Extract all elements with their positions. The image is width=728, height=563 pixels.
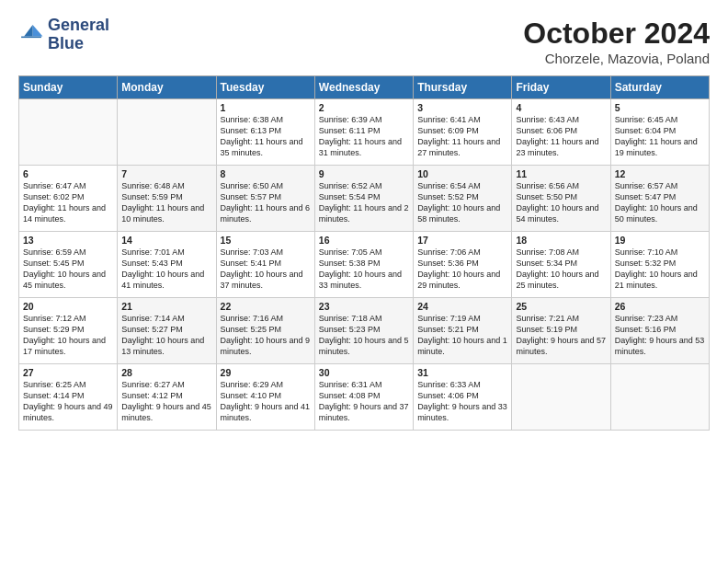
calendar-cell: 26Sunrise: 7:23 AM Sunset: 5:16 PM Dayli… bbox=[610, 298, 709, 364]
svg-marker-0 bbox=[33, 25, 43, 36]
calendar-week-row: 13Sunrise: 6:59 AM Sunset: 5:45 PM Dayli… bbox=[19, 232, 710, 298]
day-number: 1 bbox=[221, 102, 311, 113]
day-number: 22 bbox=[221, 301, 311, 312]
calendar-cell: 30Sunrise: 6:31 AM Sunset: 4:08 PM Dayli… bbox=[314, 364, 413, 431]
calendar-table: SundayMondayTuesdayWednesdayThursdayFrid… bbox=[18, 75, 710, 431]
day-number: 10 bbox=[417, 168, 507, 179]
day-number: 16 bbox=[319, 235, 409, 246]
svg-marker-1 bbox=[24, 25, 32, 36]
header: General Blue October 2024 Chorzele, Mazo… bbox=[18, 17, 710, 66]
day-number: 15 bbox=[221, 235, 311, 246]
calendar-cell: 25Sunrise: 7:21 AM Sunset: 5:19 PM Dayli… bbox=[512, 298, 610, 364]
day-info: Sunrise: 6:56 AM Sunset: 5:50 PM Dayligh… bbox=[516, 180, 606, 225]
logo: General Blue bbox=[18, 17, 109, 53]
calendar-cell: 17Sunrise: 7:06 AM Sunset: 5:36 PM Dayli… bbox=[414, 232, 512, 298]
day-info: Sunrise: 7:06 AM Sunset: 5:36 PM Dayligh… bbox=[417, 247, 507, 292]
day-number: 24 bbox=[417, 301, 507, 312]
calendar-cell: 27Sunrise: 6:25 AM Sunset: 4:14 PM Dayli… bbox=[19, 364, 118, 431]
day-info: Sunrise: 6:52 AM Sunset: 5:54 PM Dayligh… bbox=[319, 180, 409, 225]
day-info: Sunrise: 6:38 AM Sunset: 6:13 PM Dayligh… bbox=[221, 114, 311, 159]
day-number: 20 bbox=[23, 301, 113, 312]
day-info: Sunrise: 7:23 AM Sunset: 5:16 PM Dayligh… bbox=[615, 313, 705, 358]
day-info: Sunrise: 7:01 AM Sunset: 5:43 PM Dayligh… bbox=[121, 247, 211, 292]
calendar-cell: 9Sunrise: 6:52 AM Sunset: 5:54 PM Daylig… bbox=[314, 166, 413, 232]
day-number: 27 bbox=[23, 367, 113, 378]
calendar-cell: 6Sunrise: 6:47 AM Sunset: 6:02 PM Daylig… bbox=[19, 166, 118, 232]
day-number: 9 bbox=[319, 168, 409, 179]
calendar-cell: 14Sunrise: 7:01 AM Sunset: 5:43 PM Dayli… bbox=[118, 232, 216, 298]
day-number: 7 bbox=[121, 168, 211, 179]
calendar-cell: 28Sunrise: 6:27 AM Sunset: 4:12 PM Dayli… bbox=[118, 364, 216, 431]
weekday-header: Thursday bbox=[414, 76, 512, 99]
day-info: Sunrise: 6:25 AM Sunset: 4:14 PM Dayligh… bbox=[23, 379, 113, 424]
day-info: Sunrise: 6:48 AM Sunset: 5:59 PM Dayligh… bbox=[121, 180, 211, 225]
day-info: Sunrise: 6:57 AM Sunset: 5:47 PM Dayligh… bbox=[615, 180, 705, 225]
day-number: 28 bbox=[121, 367, 211, 378]
day-info: Sunrise: 7:12 AM Sunset: 5:29 PM Dayligh… bbox=[23, 313, 113, 358]
calendar-cell: 31Sunrise: 6:33 AM Sunset: 4:06 PM Dayli… bbox=[414, 364, 512, 431]
logo-icon bbox=[18, 22, 44, 48]
calendar-cell: 22Sunrise: 7:16 AM Sunset: 5:25 PM Dayli… bbox=[216, 298, 314, 364]
day-info: Sunrise: 6:43 AM Sunset: 6:06 PM Dayligh… bbox=[516, 114, 606, 159]
calendar-week-row: 1Sunrise: 6:38 AM Sunset: 6:13 PM Daylig… bbox=[19, 99, 710, 166]
calendar-cell: 20Sunrise: 7:12 AM Sunset: 5:29 PM Dayli… bbox=[19, 298, 118, 364]
calendar-cell bbox=[610, 364, 709, 431]
calendar-cell bbox=[512, 364, 610, 431]
weekday-header: Monday bbox=[118, 76, 216, 99]
day-number: 23 bbox=[319, 301, 409, 312]
day-number: 4 bbox=[516, 102, 606, 113]
day-number: 31 bbox=[417, 367, 507, 378]
day-number: 13 bbox=[23, 235, 113, 246]
day-info: Sunrise: 6:33 AM Sunset: 4:06 PM Dayligh… bbox=[417, 379, 507, 424]
calendar-cell: 4Sunrise: 6:43 AM Sunset: 6:06 PM Daylig… bbox=[512, 99, 610, 166]
calendar-cell: 23Sunrise: 7:18 AM Sunset: 5:23 PM Dayli… bbox=[314, 298, 413, 364]
calendar-cell: 1Sunrise: 6:38 AM Sunset: 6:13 PM Daylig… bbox=[216, 99, 314, 166]
calendar-cell: 19Sunrise: 7:10 AM Sunset: 5:32 PM Dayli… bbox=[610, 232, 709, 298]
calendar-week-row: 27Sunrise: 6:25 AM Sunset: 4:14 PM Dayli… bbox=[19, 364, 710, 431]
day-number: 26 bbox=[615, 301, 705, 312]
calendar-cell: 18Sunrise: 7:08 AM Sunset: 5:34 PM Dayli… bbox=[512, 232, 610, 298]
day-number: 17 bbox=[417, 235, 507, 246]
day-number: 14 bbox=[121, 235, 211, 246]
day-info: Sunrise: 6:54 AM Sunset: 5:52 PM Dayligh… bbox=[417, 180, 507, 225]
day-info: Sunrise: 6:41 AM Sunset: 6:09 PM Dayligh… bbox=[417, 114, 507, 159]
calendar-cell bbox=[19, 99, 118, 166]
page: General Blue October 2024 Chorzele, Mazo… bbox=[0, 0, 728, 563]
day-info: Sunrise: 7:16 AM Sunset: 5:25 PM Dayligh… bbox=[221, 313, 311, 358]
calendar-cell: 3Sunrise: 6:41 AM Sunset: 6:09 PM Daylig… bbox=[414, 99, 512, 166]
day-number: 6 bbox=[23, 168, 113, 179]
title-block: October 2024 Chorzele, Mazovia, Poland bbox=[523, 17, 710, 66]
calendar-cell: 2Sunrise: 6:39 AM Sunset: 6:11 PM Daylig… bbox=[314, 99, 413, 166]
day-info: Sunrise: 7:10 AM Sunset: 5:32 PM Dayligh… bbox=[615, 247, 705, 292]
weekday-header: Sunday bbox=[19, 76, 118, 99]
svg-rect-2 bbox=[21, 36, 41, 38]
calendar-cell: 24Sunrise: 7:19 AM Sunset: 5:21 PM Dayli… bbox=[414, 298, 512, 364]
day-info: Sunrise: 7:14 AM Sunset: 5:27 PM Dayligh… bbox=[121, 313, 211, 358]
calendar-cell: 12Sunrise: 6:57 AM Sunset: 5:47 PM Dayli… bbox=[610, 166, 709, 232]
day-number: 18 bbox=[516, 235, 606, 246]
calendar-cell: 11Sunrise: 6:56 AM Sunset: 5:50 PM Dayli… bbox=[512, 166, 610, 232]
calendar-cell: 15Sunrise: 7:03 AM Sunset: 5:41 PM Dayli… bbox=[216, 232, 314, 298]
day-info: Sunrise: 6:50 AM Sunset: 5:57 PM Dayligh… bbox=[221, 180, 311, 225]
day-number: 25 bbox=[516, 301, 606, 312]
day-info: Sunrise: 6:27 AM Sunset: 4:12 PM Dayligh… bbox=[121, 379, 211, 424]
calendar-header-row: SundayMondayTuesdayWednesdayThursdayFrid… bbox=[19, 76, 710, 99]
main-title: October 2024 bbox=[523, 17, 710, 51]
weekday-header: Tuesday bbox=[216, 76, 314, 99]
day-number: 30 bbox=[319, 367, 409, 378]
weekday-header: Friday bbox=[512, 76, 610, 99]
calendar-cell: 5Sunrise: 6:45 AM Sunset: 6:04 PM Daylig… bbox=[610, 99, 709, 166]
calendar-cell bbox=[118, 99, 216, 166]
logo-text: General Blue bbox=[48, 17, 109, 53]
day-number: 5 bbox=[615, 102, 705, 113]
calendar-cell: 7Sunrise: 6:48 AM Sunset: 5:59 PM Daylig… bbox=[118, 166, 216, 232]
day-number: 8 bbox=[221, 168, 311, 179]
day-info: Sunrise: 6:39 AM Sunset: 6:11 PM Dayligh… bbox=[319, 114, 409, 159]
day-number: 2 bbox=[319, 102, 409, 113]
day-info: Sunrise: 6:47 AM Sunset: 6:02 PM Dayligh… bbox=[23, 180, 113, 225]
day-info: Sunrise: 7:21 AM Sunset: 5:19 PM Dayligh… bbox=[516, 313, 606, 358]
calendar-cell: 10Sunrise: 6:54 AM Sunset: 5:52 PM Dayli… bbox=[414, 166, 512, 232]
calendar-cell: 21Sunrise: 7:14 AM Sunset: 5:27 PM Dayli… bbox=[118, 298, 216, 364]
subtitle: Chorzele, Mazovia, Poland bbox=[523, 51, 710, 66]
day-number: 21 bbox=[121, 301, 211, 312]
